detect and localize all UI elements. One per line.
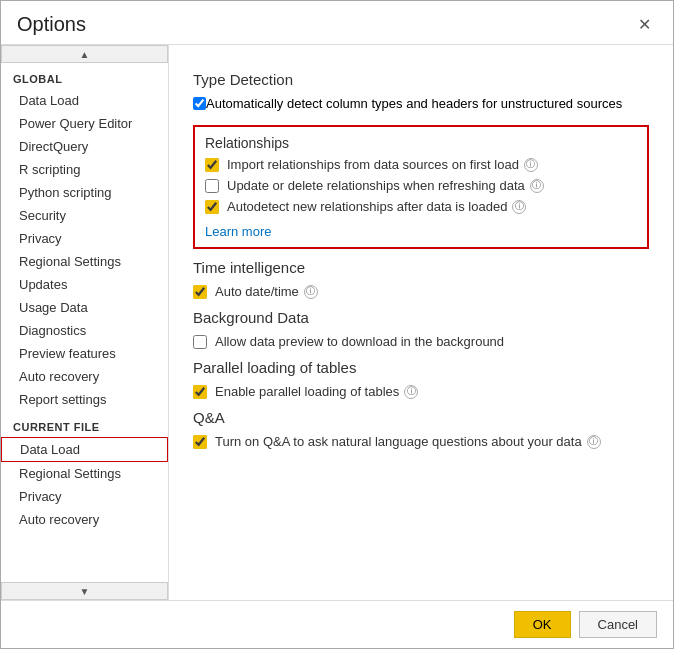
learn-more-link[interactable]: Learn more <box>205 224 271 239</box>
dialog-title: Options <box>17 13 86 36</box>
sidebar-item-privacy[interactable]: Privacy <box>1 227 168 250</box>
cancel-button[interactable]: Cancel <box>579 611 657 638</box>
auto-detect-label: Automatically detect column types and he… <box>206 96 622 111</box>
import-relationships-label: Import relationships from data sources o… <box>227 157 519 172</box>
sidebar-item-cf-regional-settings[interactable]: Regional Settings <box>1 462 168 485</box>
qa-section: Q&A Turn on Q&A to ask natural language … <box>193 409 649 449</box>
main-content: Type Detection Automatically detect colu… <box>169 45 673 600</box>
autodetect-relationships-checkbox[interactable] <box>205 200 219 214</box>
background-data-label: Allow data preview to download in the ba… <box>215 334 504 349</box>
sidebar-item-power-query-editor[interactable]: Power Query Editor <box>1 112 168 135</box>
sidebar-item-preview-features[interactable]: Preview features <box>1 342 168 365</box>
sidebar-item-auto-recovery[interactable]: Auto recovery <box>1 365 168 388</box>
sidebar-item-r-scripting[interactable]: R scripting <box>1 158 168 181</box>
auto-datetime-label: Auto date/time <box>215 284 299 299</box>
sidebar-item-security[interactable]: Security <box>1 204 168 227</box>
background-data-section: Background Data Allow data preview to do… <box>193 309 649 349</box>
type-detection-title: Type Detection <box>193 71 649 88</box>
global-section-label: GLOBAL <box>1 63 168 89</box>
qa-label: Turn on Q&A to ask natural language ques… <box>215 434 582 449</box>
qa-title: Q&A <box>193 409 649 426</box>
qa-row: Turn on Q&A to ask natural language ques… <box>193 434 649 449</box>
import-relationships-checkbox[interactable] <box>205 158 219 172</box>
dialog-footer: OK Cancel <box>1 600 673 648</box>
sidebar-item-usage-data[interactable]: Usage Data <box>1 296 168 319</box>
type-detection-section: Type Detection Automatically detect colu… <box>193 71 649 111</box>
relationships-row-3: Autodetect new relationships after data … <box>205 199 637 214</box>
sidebar-item-python-scripting[interactable]: Python scripting <box>1 181 168 204</box>
sidebar-item-diagnostics[interactable]: Diagnostics <box>1 319 168 342</box>
options-dialog: Options ✕ ▲ GLOBAL Data Load Power Query… <box>0 0 674 649</box>
relationships-section: Relationships Import relationships from … <box>193 125 649 249</box>
update-relationships-checkbox[interactable] <box>205 179 219 193</box>
dialog-body: ▲ GLOBAL Data Load Power Query Editor Di… <box>1 44 673 600</box>
relationships-row-2: Update or delete relationships when refr… <box>205 178 637 193</box>
sidebar-item-cf-privacy[interactable]: Privacy <box>1 485 168 508</box>
autodetect-relationships-label: Autodetect new relationships after data … <box>227 199 507 214</box>
sidebar-scroll[interactable]: GLOBAL Data Load Power Query Editor Dire… <box>1 63 168 582</box>
sidebar-item-data-load[interactable]: Data Load <box>1 89 168 112</box>
close-button[interactable]: ✕ <box>632 13 657 36</box>
titlebar: Options ✕ <box>1 1 673 44</box>
time-intelligence-title: Time intelligence <box>193 259 649 276</box>
autodetect-relationships-info-icon[interactable]: ⓘ <box>512 200 526 214</box>
update-relationships-label: Update or delete relationships when refr… <box>227 178 525 193</box>
time-intelligence-row: Auto date/time ⓘ <box>193 284 649 299</box>
time-intelligence-section: Time intelligence Auto date/time ⓘ <box>193 259 649 299</box>
parallel-loading-info-icon[interactable]: ⓘ <box>404 385 418 399</box>
parallel-loading-label: Enable parallel loading of tables <box>215 384 399 399</box>
scroll-up-arrow[interactable]: ▲ <box>1 45 168 63</box>
ok-button[interactable]: OK <box>514 611 571 638</box>
import-relationships-info-icon[interactable]: ⓘ <box>524 158 538 172</box>
auto-datetime-info-icon[interactable]: ⓘ <box>304 285 318 299</box>
parallel-loading-row: Enable parallel loading of tables ⓘ <box>193 384 649 399</box>
parallel-loading-section: Parallel loading of tables Enable parall… <box>193 359 649 399</box>
sidebar-item-cf-auto-recovery[interactable]: Auto recovery <box>1 508 168 531</box>
sidebar-item-report-settings[interactable]: Report settings <box>1 388 168 411</box>
type-detection-row: Automatically detect column types and he… <box>193 96 649 111</box>
relationships-title: Relationships <box>205 135 637 151</box>
sidebar-item-updates[interactable]: Updates <box>1 273 168 296</box>
qa-info-icon[interactable]: ⓘ <box>587 435 601 449</box>
sidebar: ▲ GLOBAL Data Load Power Query Editor Di… <box>1 45 169 600</box>
background-data-checkbox[interactable] <box>193 335 207 349</box>
auto-datetime-checkbox[interactable] <box>193 285 207 299</box>
sidebar-item-cf-data-load[interactable]: Data Load <box>1 437 168 462</box>
background-data-title: Background Data <box>193 309 649 326</box>
sidebar-item-direct-query[interactable]: DirectQuery <box>1 135 168 158</box>
parallel-loading-title: Parallel loading of tables <box>193 359 649 376</box>
qa-checkbox[interactable] <box>193 435 207 449</box>
parallel-loading-checkbox[interactable] <box>193 385 207 399</box>
sidebar-item-regional-settings[interactable]: Regional Settings <box>1 250 168 273</box>
scroll-down-arrow[interactable]: ▼ <box>1 582 168 600</box>
auto-detect-checkbox[interactable] <box>193 97 206 110</box>
background-data-row: Allow data preview to download in the ba… <box>193 334 649 349</box>
current-file-section-label: CURRENT FILE <box>1 411 168 437</box>
relationships-row-1: Import relationships from data sources o… <box>205 157 637 172</box>
update-relationships-info-icon[interactable]: ⓘ <box>530 179 544 193</box>
